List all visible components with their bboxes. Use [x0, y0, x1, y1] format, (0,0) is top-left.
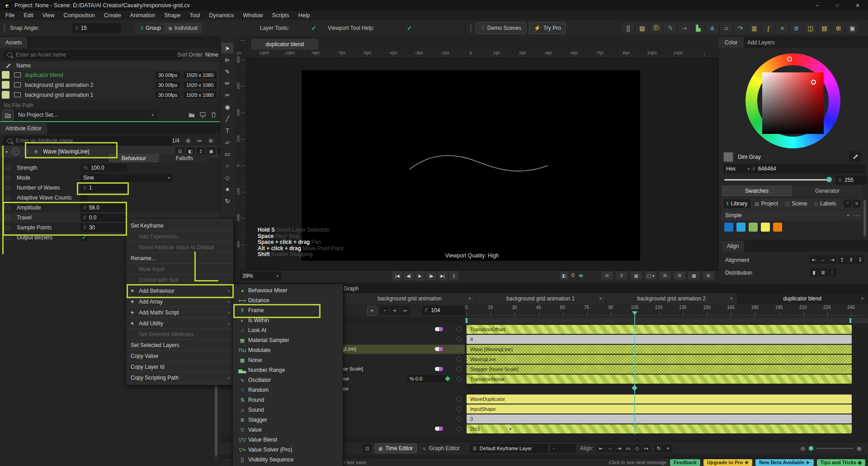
- keyframe-align-button[interactable]: ▭: [624, 444, 632, 452]
- demo-scenes-button[interactable]: ⠪ Demo Scenes: [476, 22, 526, 34]
- more-options-icon[interactable]: ⋯: [854, 212, 859, 219]
- color-square[interactable]: [762, 72, 824, 134]
- try-pro-button[interactable]: ⚡ Try Pro: [529, 22, 566, 34]
- asset-row[interactable]: background grid animation 1 30.00fps 192…: [0, 90, 220, 100]
- hue-selector[interactable]: [787, 57, 792, 62]
- toolbar-icon[interactable]: ⠶: [720, 22, 732, 34]
- work-area-bar[interactable]: [465, 318, 868, 323]
- timeline-composition-tab[interactable]: duplicator blend×: [737, 293, 868, 304]
- viewport-zoom-select[interactable]: 39%▾: [240, 271, 281, 281]
- wave-curve[interactable]: [407, 150, 552, 182]
- keyframe-align-button[interactable]: ⇔: [606, 444, 614, 452]
- viewport-option-icon[interactable]: ⧉: [674, 271, 685, 280]
- distribute-button[interactable]: ⋮: [828, 268, 836, 276]
- viewport-tool-button[interactable]: ★: [222, 184, 233, 195]
- tab-falloffs[interactable]: Falloffs: [159, 154, 210, 162]
- align-button[interactable]: ↥: [838, 256, 846, 264]
- context-menu-item[interactable]: Set Keyframe: [126, 220, 233, 231]
- viewport-tool-button[interactable]: T: [222, 125, 233, 136]
- track-bar[interactable]: InputShape: [467, 404, 852, 414]
- viewport-tool-button[interactable]: ✏: [222, 78, 233, 89]
- toolbar-icon[interactable]: ▙: [692, 22, 704, 34]
- align-button[interactable]: ↧: [856, 256, 864, 264]
- transport-button[interactable]: ↥: [449, 271, 459, 281]
- travel-field[interactable]: #0.0: [80, 214, 127, 222]
- toolbar-icon[interactable]: ▤: [818, 22, 830, 34]
- transport-button[interactable]: ▶: [415, 271, 425, 281]
- keyframe-align-button[interactable]: ◇: [633, 444, 642, 452]
- toolbar-icon[interactable]: ⇢: [678, 22, 690, 34]
- transport-button[interactable]: ▶|: [438, 271, 448, 281]
- adaptive-checkbox[interactable]: [80, 194, 88, 201]
- submenu-item[interactable]: ▽ Value: [233, 425, 343, 435]
- submenu-item[interactable]: ◕ Behaviour Mixer: [233, 285, 343, 295]
- context-menu-item[interactable]: Mute Input: [126, 264, 233, 275]
- alpha-slider-knob[interactable]: [826, 177, 832, 182]
- context-menu-item[interactable]: Set Selected Layers: [126, 340, 233, 351]
- transport-button[interactable]: |◀: [392, 271, 402, 281]
- connector-circle[interactable]: [457, 416, 462, 421]
- collapse-chevron-icon[interactable]: ▾: [5, 149, 8, 154]
- timeline-composition-tab[interactable]: background grid animation 1×: [476, 293, 607, 304]
- graph-editor-button[interactable]: ∿ Graph Editor: [419, 444, 463, 453]
- track-bar[interactable]: 2to3: [467, 424, 852, 433]
- align-button[interactable]: ⇕: [847, 256, 855, 264]
- enabled-check-icon[interactable]: ✓: [12, 148, 19, 155]
- zoom-select-icon[interactable]: ⊕: [184, 136, 193, 145]
- group-button[interactable]: ⠿ Group: [137, 24, 165, 33]
- submenu-item[interactable]: Ŧ Frame: [233, 305, 343, 315]
- viewport-option-icon[interactable]: ⧉: [659, 271, 671, 280]
- context-menu-item[interactable]: Copy Value: [126, 351, 233, 361]
- keyframe-tool-button[interactable]: ⌖: [664, 444, 672, 452]
- submenu-item[interactable]: ⊓⊔ Modulate: [233, 345, 343, 355]
- viewport-tool-button[interactable]: ✎: [222, 66, 233, 77]
- close-icon[interactable]: ×: [468, 295, 471, 302]
- viewport-tool-button[interactable]: ▭: [222, 148, 233, 159]
- visibility-toggle[interactable]: [435, 427, 443, 431]
- color-tab[interactable]: Color: [718, 37, 744, 48]
- track-bar[interactable]: 4: [467, 335, 852, 344]
- timeline-zoom-knob[interactable]: [809, 446, 813, 451]
- context-menu-item[interactable]: + Add Math/ Script ›: [126, 307, 233, 318]
- viewport-option-icon[interactable]: ⚙: [703, 271, 714, 280]
- viewport-tool-button[interactable]: ◉: [222, 101, 233, 112]
- toolbar-icon[interactable]: ⋔: [706, 22, 718, 34]
- connector-circle[interactable]: [457, 426, 462, 431]
- viewport-tool-button[interactable]: ↻: [222, 195, 233, 206]
- hex-mode-select[interactable]: Hex▾: [723, 164, 752, 174]
- connector-circle[interactable]: [457, 396, 462, 401]
- distribute-button[interactable]: ▮: [810, 268, 818, 276]
- connector-circle[interactable]: [457, 347, 462, 352]
- labels-tab[interactable]: ◇Labels: [811, 199, 840, 208]
- color-swatch[interactable]: [736, 223, 745, 232]
- distribute-button[interactable]: ≣: [819, 268, 827, 276]
- context-menu-item[interactable]: Copy Scripting Path ›: [126, 372, 233, 383]
- viewport-option-icon[interactable]: ▦: [630, 271, 642, 280]
- keyframe-tool-button[interactable]: ↻: [655, 444, 663, 452]
- asset-row[interactable]: duplicator blend 30.00fps 1920 x 1080: [0, 70, 220, 80]
- tab-generator[interactable]: Generator: [792, 185, 863, 196]
- zoom-out-icon[interactable]: ⊖: [800, 445, 805, 452]
- zoom-in-icon[interactable]: ⊕: [857, 445, 862, 452]
- asset-search-input[interactable]: Enter an Asset name: [3, 50, 184, 60]
- track-bar[interactable]: 3: [467, 414, 852, 423]
- keyframe-align-button[interactable]: ⇥: [615, 444, 623, 452]
- toolbar-icon[interactable]: ▥: [748, 22, 760, 34]
- add-layers-tab[interactable]: Add Layers: [747, 39, 775, 46]
- submenu-item[interactable]: ▦ Material Sampler: [233, 335, 343, 345]
- context-menu-item[interactable]: Copy Layer Id: [126, 361, 233, 372]
- hex-value-field[interactable]: #646464: [750, 164, 865, 174]
- statusbar-button[interactable]: New Beta Available ➤: [755, 459, 813, 466]
- color-eyedropper-button[interactable]: [849, 151, 862, 162]
- library-tab[interactable]: ‖ Library: [723, 199, 750, 208]
- statusbar-button[interactable]: Tips and Tricks ◆: [817, 459, 865, 466]
- layer-name-fragment[interactable]: se Scale]: [343, 366, 363, 371]
- attribute-search-input[interactable]: Enter an Attribute name: [3, 136, 175, 146]
- timeline-header-icon[interactable]: ≔: [401, 306, 410, 315]
- tab-swatches[interactable]: Swatches: [722, 185, 792, 196]
- assets-tab[interactable]: Assets: [0, 37, 27, 48]
- toolbar-icon[interactable]: Ⓕ: [650, 22, 662, 34]
- menu-item[interactable]: File: [1, 12, 19, 19]
- next-message-link[interactable]: Click to see next message: [609, 460, 667, 465]
- menu-item[interactable]: Scripts: [268, 12, 294, 19]
